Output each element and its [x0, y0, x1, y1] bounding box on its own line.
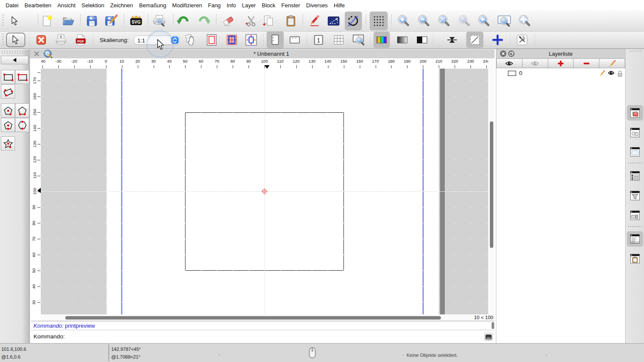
- layer-color-swatch[interactable]: [508, 71, 516, 76]
- toolbox-button[interactable]: [514, 32, 530, 48]
- pointer-button[interactable]: [6, 12, 24, 30]
- toggle-property-list-panel[interactable]: [628, 168, 642, 184]
- horizontal-scrollbar[interactable]: 10 < 100: [41, 314, 495, 321]
- menu-item[interactable]: Modifizieren: [169, 2, 205, 9]
- eraser-button[interactable]: [220, 12, 237, 30]
- pdf-export-button[interactable]: PDF: [73, 32, 88, 48]
- menu-item[interactable]: Layer: [239, 2, 259, 9]
- history-scrollbar[interactable]: [492, 322, 494, 329]
- print-button[interactable]: [52, 32, 70, 48]
- fit-page-button[interactable]: [350, 32, 368, 48]
- ruler-label: 30: [31, 300, 36, 305]
- print-preview-button[interactable]: [151, 12, 168, 30]
- full-color-button[interactable]: [374, 32, 390, 48]
- panel-drag-handle[interactable]: [0, 51, 28, 54]
- open-file-button[interactable]: [60, 12, 77, 30]
- undo-button[interactable]: [175, 12, 192, 30]
- grid-dots-button[interactable]: [370, 12, 388, 30]
- toggle-clipboard-panel[interactable]: [628, 251, 642, 266]
- zoom-window-button[interactable]: [496, 12, 513, 30]
- back-button[interactable]: [1, 56, 28, 64]
- zoom-selection-button[interactable]: [456, 12, 473, 30]
- paper-borders-button[interactable]: [204, 32, 220, 48]
- single-page-button[interactable]: 1: [310, 32, 327, 48]
- close-print-preview-button[interactable]: [34, 33, 49, 47]
- edit-layer-button[interactable]: [599, 58, 625, 68]
- save-button[interactable]: [83, 12, 100, 30]
- toolbar-separator: [80, 15, 81, 27]
- landscape-button[interactable]: [286, 31, 303, 48]
- hide-all-layers-button[interactable]: [522, 58, 548, 68]
- toggle-layer-list-panel[interactable]: [627, 105, 643, 121]
- panel-title-bar: Layerliste: [496, 49, 625, 58]
- redo-button[interactable]: [195, 12, 213, 30]
- linetype-circle-button[interactable]: [345, 12, 362, 30]
- portrait-button[interactable]: [267, 31, 284, 48]
- zoom-out-button[interactable]: [415, 12, 432, 30]
- scrollbar-thumb[interactable]: [65, 316, 441, 320]
- move-paper-button[interactable]: [183, 32, 199, 48]
- page-tiling-button[interactable]: [224, 32, 240, 48]
- toolbar-separator: [535, 34, 535, 46]
- scrollbar-thumb[interactable]: [490, 121, 493, 248]
- toggle-view-list-panel[interactable]: [628, 144, 642, 160]
- menu-item[interactable]: Ansicht: [55, 2, 79, 9]
- drawing-bounds-button[interactable]: [466, 32, 483, 48]
- tool-polygon-2-vertices[interactable]: [15, 103, 29, 118]
- toggle-selection-filter-panel[interactable]: [628, 188, 642, 203]
- menu-item[interactable]: Bemaßung: [136, 2, 169, 9]
- copy-button[interactable]: [260, 12, 277, 30]
- hairline-button[interactable]: [444, 32, 460, 48]
- zoom-pan-button[interactable]: [516, 12, 533, 30]
- remove-layer-button[interactable]: [574, 58, 599, 68]
- cut-button[interactable]: [243, 12, 260, 30]
- auto-fit-button[interactable]: [243, 32, 259, 48]
- toolbar-handle[interactable]: [3, 15, 3, 27]
- command-input[interactable]: [67, 333, 482, 341]
- menu-item[interactable]: Hilfe: [331, 2, 348, 9]
- paste-button[interactable]: [283, 12, 300, 30]
- menu-item[interactable]: Selektion: [79, 2, 107, 9]
- save-as-button[interactable]: [103, 12, 120, 30]
- toggle-block-list-panel[interactable]: [628, 125, 642, 140]
- menu-item[interactable]: Datei: [6, 2, 21, 9]
- toolbar-handle[interactable]: [3, 34, 3, 46]
- menu-item[interactable]: Bearbeiten: [21, 2, 54, 9]
- tool-polygon-center-side[interactable]: [1, 118, 15, 132]
- command-line[interactable]: Kommando:: [31, 331, 495, 343]
- new-document-button[interactable]: [39, 12, 56, 30]
- menu-item[interactable]: Info: [224, 2, 239, 9]
- grayscale-button[interactable]: [394, 32, 410, 48]
- tool-polygon-center-vertex[interactable]: [1, 103, 15, 118]
- layer-row[interactable]: 0: [496, 69, 625, 78]
- menu-item[interactable]: Fang: [205, 2, 224, 9]
- tool-rectangle-2-points[interactable]: [1, 70, 15, 84]
- document-close-icon[interactable]: [33, 51, 40, 59]
- toggle-library-browser-panel[interactable]: [628, 208, 642, 223]
- command-toggle-button[interactable]: [484, 333, 493, 341]
- pointer-toggle-button[interactable]: [6, 33, 25, 47]
- tool-rectangle-corner-size[interactable]: [15, 70, 29, 84]
- dock-drag-handle[interactable]: [627, 51, 643, 53]
- zoom-auto-button[interactable]: [435, 12, 453, 30]
- zoom-previous-button[interactable]: [475, 12, 492, 30]
- tool-star[interactable]: [1, 136, 15, 151]
- center-mark-button[interactable]: [489, 32, 506, 48]
- multi-page-button[interactable]: [331, 32, 347, 48]
- add-layer-button[interactable]: [548, 58, 574, 68]
- vertical-scrollbar[interactable]: [488, 58, 495, 314]
- show-all-layers-button[interactable]: [496, 58, 522, 68]
- tool-rectangle-3-points[interactable]: [1, 84, 15, 99]
- tool-polygon-side-side[interactable]: [15, 118, 29, 132]
- toggle-command-line-panel[interactable]: [627, 231, 643, 247]
- drawing-canvas[interactable]: [41, 69, 488, 314]
- black-white-button[interactable]: [414, 32, 430, 48]
- restrict-orthogonal-button[interactable]: [325, 12, 342, 30]
- menu-item[interactable]: Block: [259, 2, 279, 9]
- menu-item[interactable]: Diverses: [303, 2, 331, 9]
- menu-item[interactable]: Zeichnen: [107, 2, 136, 9]
- svg-export-button[interactable]: SVG: [128, 12, 145, 30]
- menu-item[interactable]: Fenster: [278, 2, 303, 9]
- draw-pen-button[interactable]: [306, 12, 323, 30]
- zoom-in-button[interactable]: [395, 12, 412, 30]
